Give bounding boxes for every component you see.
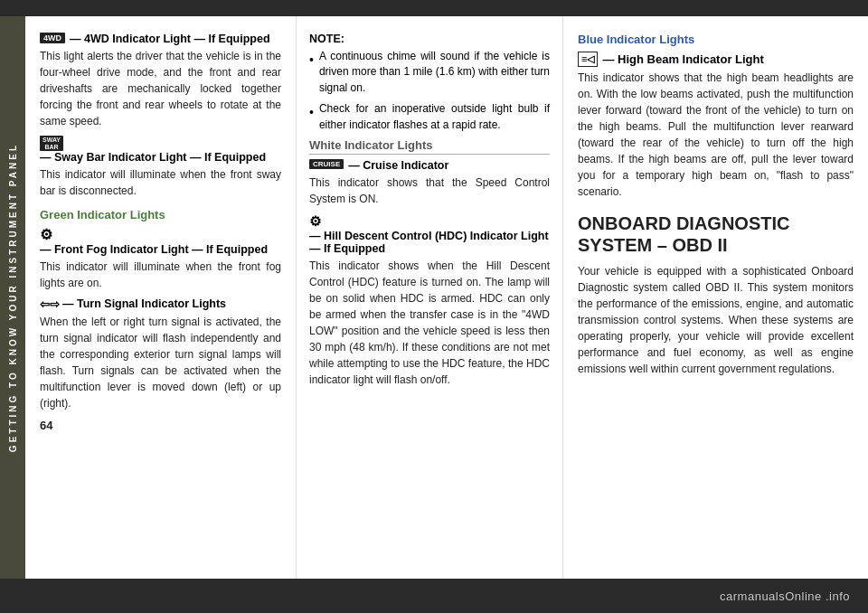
green-indicator-title: Green Indicator Lights: [40, 208, 281, 222]
hdc-icon: ⚙: [309, 213, 321, 230]
bullet-1: • A continuous chime will sound if the v…: [309, 49, 550, 96]
left-column: 4WD — 4WD Indicator Light — If Equipped …: [25, 16, 297, 579]
4wd-badge: 4WD: [40, 33, 65, 43]
page-number: 64: [40, 419, 281, 432]
note-section: NOTE: • A continuous chime will sound if…: [309, 33, 550, 133]
right-column: Blue Indicator Lights ≡◁ — High Beam Ind…: [563, 16, 868, 579]
obd-title-line2: SYSTEM – OBD II: [578, 235, 728, 255]
turnsignal-body: When the left or right turn signal is ac…: [40, 314, 281, 411]
frontfog-section: ⚙︎ — Front Fog Indicator Light — If Equi…: [40, 226, 281, 291]
highbeam-body: This indicator shows that the high beam …: [578, 70, 854, 200]
bullet-2: • Check for an inoperative outside light…: [309, 101, 550, 133]
turnsignal-section: ⇦⇨ — Turn Signal Indicator Lights When t…: [40, 297, 281, 411]
frontfog-heading-text: — Front Fog Indicator Light — If Equippe…: [40, 243, 268, 256]
4wd-heading: 4WD — 4WD Indicator Light — If Equipped: [40, 33, 281, 45]
turnsignal-heading: ⇦⇨ — Turn Signal Indicator Lights: [40, 297, 281, 311]
bullet-2-text: Check for an inoperative outside light b…: [319, 101, 550, 133]
hdc-heading: ⚙ — Hill Descent Control (HDC) Indicator…: [309, 213, 550, 255]
turnsignal-heading-text: — Turn Signal Indicator Lights: [62, 297, 226, 310]
frontfog-body: This indicator will illuminate when the …: [40, 259, 281, 291]
frontfog-icon: ⚙︎: [40, 226, 52, 243]
cruise-body: This indicator shows that the Speed Cont…: [309, 174, 550, 207]
cruise-heading-text: — Cruise Indicator: [348, 159, 448, 172]
obd-body: Your vehicle is equipped with a sophisti…: [578, 263, 854, 377]
frontfog-heading: ⚙︎ — Front Fog Indicator Light — If Equi…: [40, 226, 281, 256]
top-bar: [0, 0, 868, 16]
highbeam-heading: ≡◁ — High Beam Indicator Light: [578, 52, 854, 67]
watermark-text: carmanualsOnline .info: [720, 589, 850, 603]
cruise-heading: CRUISE — Cruise Indicator: [309, 159, 550, 172]
highbeam-heading-text: — High Beam Indicator Light: [602, 52, 763, 66]
middle-column: NOTE: • A continuous chime will sound if…: [297, 16, 563, 579]
4wd-body: This light alerts the driver that the ve…: [40, 48, 281, 129]
hdc-section: ⚙ — Hill Descent Control (HDC) Indicator…: [309, 213, 550, 388]
bottom-bar: carmanualsOnline .info: [0, 579, 868, 613]
4wd-heading-text: — 4WD Indicator Light — If Equipped: [70, 33, 270, 45]
content-area: 4WD — 4WD Indicator Light — If Equipped …: [25, 16, 868, 579]
swaybar-section: SWAYBAR — Sway Bar Indicator Light — If …: [40, 136, 281, 199]
highbeam-icon: ≡◁: [578, 52, 598, 67]
sidebar-label: GETTING TO KNOW YOUR INSTRUMENT PANEL: [0, 16, 25, 579]
hdc-heading-text: — Hill Descent Control (HDC) Indicator L…: [309, 230, 550, 255]
hdc-body: This indicator shows when the Hill Desce…: [309, 258, 550, 388]
sidebar-text: GETTING TO KNOW YOUR INSTRUMENT PANEL: [8, 143, 18, 452]
highbeam-section: ≡◁ — High Beam Indicator Light This indi…: [578, 52, 854, 200]
swaybar-badge: SWAYBAR: [40, 136, 63, 151]
white-indicator-title: White Indicator Lights: [309, 138, 550, 155]
bullet-dot-2: •: [309, 103, 314, 121]
note-label: NOTE:: [309, 33, 550, 45]
swaybar-heading: SWAYBAR — Sway Bar Indicator Light — If …: [40, 136, 281, 164]
bullet-dot-1: •: [309, 51, 314, 69]
4wd-section: 4WD — 4WD Indicator Light — If Equipped …: [40, 33, 281, 129]
cruise-badge: CRUISE: [309, 159, 344, 169]
bullet-1-text: A continuous chime will sound if the veh…: [319, 49, 550, 96]
turnsignal-icon: ⇦⇨: [40, 297, 60, 311]
blue-indicator-title: Blue Indicator Lights: [578, 33, 854, 46]
obd-title: ONBOARD DIAGNOSTIC SYSTEM – OBD II: [578, 212, 854, 256]
cruise-section: CRUISE — Cruise Indicator This indicator…: [309, 159, 550, 207]
swaybar-heading-text: — Sway Bar Indicator Light — If Equipped: [40, 151, 266, 164]
swaybar-body: This indicator will illuminate when the …: [40, 166, 281, 199]
obd-title-line1: ONBOARD DIAGNOSTIC: [578, 213, 789, 233]
obd-section: ONBOARD DIAGNOSTIC SYSTEM – OBD II Your …: [578, 212, 854, 377]
